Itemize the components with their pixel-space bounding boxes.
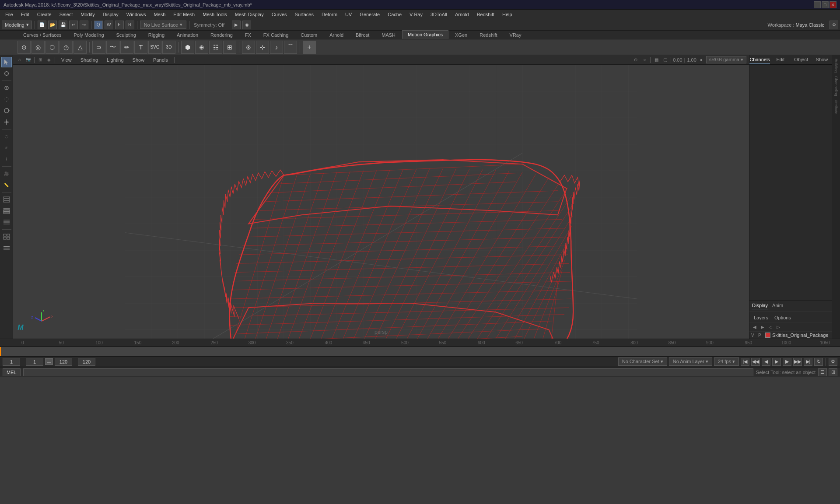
shelf-tab-vray[interactable]: VRay — [504, 31, 527, 39]
layer-visible-toggle[interactable]: V — [751, 333, 756, 338]
vp-icon-wireframe[interactable]: ◈ — [45, 56, 53, 64]
redo-btn[interactable]: ↪ — [80, 21, 88, 29]
move-tool-left[interactable] — [1, 94, 12, 105]
lc-icon-prev[interactable]: ◀ — [751, 323, 758, 330]
select-tool-btn[interactable]: Q — [94, 21, 103, 29]
icon-group-3[interactable] — [1, 217, 12, 228]
rotate-tool-left[interactable] — [1, 105, 12, 116]
shelf-icon-mash-particle[interactable]: ⊹ — [256, 41, 269, 54]
lc-icon-next[interactable]: ▶ — [759, 323, 766, 330]
viewport-tab-show[interactable]: Show — [129, 56, 148, 63]
sti-building[interactable]: Building — [834, 57, 838, 74]
menu-windows[interactable]: Windows — [123, 11, 150, 18]
icon-group-1[interactable] — [1, 194, 12, 205]
shelf-tab-curves[interactable]: Curves / Surfaces — [18, 31, 67, 39]
select-tool-left[interactable] — [1, 57, 12, 67]
shelf-icon-3d-type[interactable]: 3D — [162, 41, 175, 54]
status-icon-1[interactable]: ☰ — [818, 368, 827, 376]
menu-display[interactable]: Display — [99, 11, 122, 18]
menu-arnold[interactable]: Arnold — [452, 11, 472, 18]
playback-next-key-btn[interactable]: ▶▶ — [793, 358, 802, 366]
menu-select[interactable]: Select — [56, 11, 77, 18]
shelf-tab-xgen[interactable]: XGen — [449, 31, 473, 39]
shelf-icon-distribute[interactable]: ⊕ — [195, 41, 208, 54]
menu-file[interactable]: File — [2, 11, 17, 18]
shelf-icon-cone[interactable]: △ — [74, 41, 87, 54]
menu-help[interactable]: Help — [499, 11, 516, 18]
lc-icon-next2[interactable]: ▷ — [775, 323, 782, 330]
playback-end-btn[interactable]: ▶| — [804, 358, 812, 366]
lc-options-btn[interactable]: Options — [772, 314, 794, 321]
viewport-tab-view[interactable]: View — [58, 56, 75, 63]
vp-icon-home[interactable]: ⌂ — [16, 56, 24, 64]
layer-color-swatch[interactable] — [765, 332, 770, 338]
shelf-tab-fx-caching[interactable]: FX Caching — [258, 31, 294, 39]
shelf-icon-pencil[interactable]: ✏ — [120, 41, 133, 54]
layer-renderable-toggle[interactable]: P — [758, 333, 763, 338]
paint-tool-left[interactable] — [1, 83, 12, 93]
status-icon-2[interactable]: ⊞ — [829, 368, 837, 376]
shelf-icon-cube[interactable]: ⬡ — [46, 41, 59, 54]
layer-item-skittles[interactable]: V P Skittles_Original_Package — [749, 332, 832, 339]
viewport-tab-shading[interactable]: Shading — [77, 56, 102, 63]
no-anim-layer-dropdown[interactable]: No Anim Layer ▾ — [669, 357, 712, 366]
shelf-tab-bifrost[interactable]: Bifrost — [350, 31, 375, 39]
rp-tab-channels[interactable]: Channels — [749, 55, 770, 64]
icon-group-2[interactable] — [1, 206, 12, 216]
shelf-tab-arnold[interactable]: Arnold — [324, 31, 349, 39]
script-mode-label[interactable]: MEL — [3, 368, 21, 376]
shelf-tab-animation[interactable]: Animation — [171, 31, 204, 39]
ipr-btn[interactable]: ◉ — [242, 21, 251, 29]
fps-dropdown[interactable]: 24 fps ▾ — [714, 357, 739, 366]
modeling-mode-dropdown[interactable]: Modeling ▾ — [2, 21, 32, 29]
lc-tab-anim[interactable]: Anim — [772, 303, 783, 309]
snap-curve-left[interactable]: ⌇ — [1, 154, 12, 164]
vp-gamma-dropdown[interactable]: sRGB gamma ▾ — [706, 56, 746, 63]
no-character-set-dropdown[interactable]: No Character Set ▾ — [618, 357, 667, 366]
sti-channeling[interactable]: Channeling — [834, 74, 838, 98]
soft-select-tool-left[interactable]: ◌ — [1, 131, 12, 142]
shelf-tab-rendering[interactable]: Rendering — [205, 31, 238, 39]
shelf-icon-nurbs-circle[interactable]: ⊃ — [92, 41, 105, 54]
rotate-tool-btn[interactable]: E — [115, 21, 124, 29]
rp-tab-show[interactable]: Show — [812, 55, 832, 64]
save-file-btn[interactable]: 💾 — [59, 21, 67, 29]
menu-mesh-tools[interactable]: Mesh Tools — [199, 11, 230, 18]
shelf-tab-fx[interactable]: FX — [239, 31, 257, 39]
render-btn[interactable]: ▶ — [232, 21, 241, 29]
playback-settings-btn[interactable]: ⚙ — [829, 358, 837, 366]
menu-mesh-display[interactable]: Mesh Display — [231, 11, 267, 18]
vp-color-mode[interactable]: ● — [697, 56, 705, 64]
shelf-tab-motion-graphics[interactable]: Motion Graphics — [402, 30, 448, 39]
lc-icon-prev2[interactable]: ◁ — [767, 323, 774, 330]
lc-tab-display[interactable]: Display — [752, 303, 768, 309]
shelf-icon-id[interactable]: ⊞ — [223, 41, 236, 54]
vp-icon-cam[interactable]: 📷 — [24, 56, 32, 64]
shelf-icon-add[interactable]: + — [303, 41, 316, 54]
shelf-icon-sphere[interactable]: ⊙ — [18, 41, 31, 54]
shelf-icon-mash-curve[interactable]: ⌒ — [284, 41, 297, 54]
shelf-icon-mash-instancer[interactable]: ⊛ — [242, 41, 255, 54]
playback-start-btn[interactable]: |◀ — [741, 358, 749, 366]
move-tool-btn[interactable]: W — [105, 21, 113, 29]
viewport-tab-panels[interactable]: Panels — [150, 56, 172, 63]
shelf-tab-redshift[interactable]: Redshift — [474, 31, 503, 39]
minimize-button[interactable]: ─ — [814, 1, 821, 8]
viewport-tab-lighting[interactable]: Lighting — [103, 56, 127, 63]
menu-surfaces[interactable]: Surfaces — [291, 11, 317, 18]
open-file-btn[interactable]: 📂 — [48, 21, 57, 29]
range-end-input[interactable] — [55, 358, 72, 366]
shelf-icon-repro[interactable]: ☷ — [209, 41, 222, 54]
settings-btn[interactable]: ⚙ — [830, 21, 838, 29]
rp-tab-edit[interactable]: Edit — [770, 55, 791, 64]
shelf-tab-mash[interactable]: MASH — [376, 31, 401, 39]
snap-grid-left[interactable]: # — [1, 143, 12, 153]
shelf-icon-text[interactable]: T — [134, 41, 147, 54]
shelf-icon-mash-network[interactable]: ⬢ — [181, 41, 194, 54]
new-file-btn[interactable]: 📄 — [38, 21, 46, 29]
menu-edit-mesh[interactable]: Edit Mesh — [170, 11, 198, 18]
undo-btn[interactable]: ↩ — [69, 21, 78, 29]
menu-curves[interactable]: Curves — [268, 11, 290, 18]
menu-deform[interactable]: Deform — [318, 11, 341, 18]
shelf-icon-ep-curve[interactable]: 〜 — [106, 41, 119, 54]
